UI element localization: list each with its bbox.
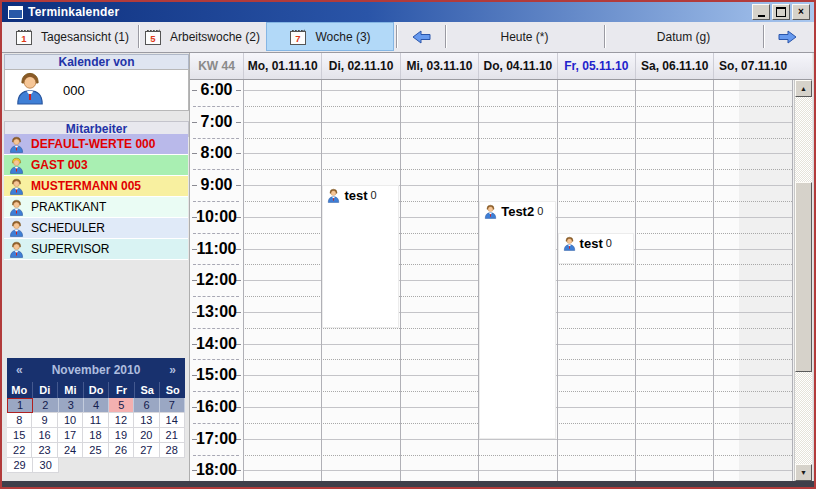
- mini-calendar-day[interactable]: 25: [83, 443, 108, 458]
- calendar-owner[interactable]: 000: [4, 69, 189, 111]
- mini-calendar-day[interactable]: 16: [32, 428, 57, 443]
- person-icon: [9, 136, 24, 153]
- half-hour-line: [243, 455, 792, 456]
- today-button-label: Heute (*): [500, 30, 548, 44]
- half-hour-tick: [193, 138, 239, 139]
- scroll-up-button[interactable]: ▲: [795, 80, 812, 97]
- appointment-title: Test2: [501, 204, 534, 219]
- mini-calendar-day[interactable]: 21: [160, 428, 185, 443]
- day-header[interactable]: Mi, 03.11.10: [400, 53, 478, 79]
- mini-calendar-day[interactable]: 18: [83, 428, 108, 443]
- mini-calendar-day[interactable]: 13: [134, 413, 159, 428]
- employee-label: DEFAULT-WERTE 000: [31, 137, 155, 151]
- minimize-button[interactable]: [752, 4, 770, 20]
- mini-calendar-day[interactable]: 8: [7, 413, 32, 428]
- mini-calendar-day[interactable]: 17: [58, 428, 83, 443]
- date-button[interactable]: Datum (g): [605, 22, 762, 51]
- mini-calendar-week: 22232425262728: [7, 443, 185, 458]
- half-hour-line: [243, 106, 792, 107]
- person-icon: [327, 188, 340, 203]
- mini-calendar-day[interactable]: 5: [109, 398, 134, 413]
- time-label: 7:00: [190, 112, 243, 132]
- next-month-button[interactable]: »: [160, 363, 185, 377]
- mini-calendar-day[interactable]: 12: [109, 413, 134, 428]
- mini-calendar-day[interactable]: 3: [59, 398, 84, 413]
- next-week-button[interactable]: [764, 22, 810, 51]
- day-header[interactable]: Fr, 05.11.10: [557, 53, 635, 79]
- mini-calendar-day[interactable]: 2: [33, 398, 58, 413]
- mini-calendar-day[interactable]: 1: [7, 398, 33, 413]
- svg-text:1: 1: [21, 32, 27, 43]
- mini-calendar-day[interactable]: 30: [33, 458, 59, 473]
- day-header[interactable]: Mo, 01.11.10: [243, 53, 321, 79]
- person-icon: [484, 204, 497, 219]
- app-window: Terminkalender × Heute (*) Datum (g) 1Ta…: [0, 0, 816, 489]
- view-button-label: Arbeitswoche (2): [170, 30, 260, 44]
- mini-calendar-day[interactable]: 27: [134, 443, 159, 458]
- maximize-button[interactable]: [772, 4, 790, 20]
- employee-row[interactable]: SCHEDULER: [4, 218, 188, 239]
- mini-calendar-day[interactable]: 4: [84, 398, 109, 413]
- toolbar-separator: [445, 25, 447, 48]
- toolbar: Heute (*) Datum (g) 1Tagesansicht (1) 5A…: [2, 22, 814, 53]
- employee-row[interactable]: DEFAULT-WERTE 000: [4, 134, 188, 155]
- owner-name: 000: [63, 83, 85, 98]
- scrollbar-thumb[interactable]: [795, 182, 812, 372]
- sidebar: Kalender von 000 Mitarbeiter DEFAULT-WER…: [2, 53, 190, 481]
- employee-row[interactable]: PRAKTIKANT: [4, 197, 188, 218]
- time-label: 6:00: [190, 80, 243, 100]
- vertical-scrollbar[interactable]: ▲ ▼: [794, 80, 812, 481]
- appointment-count: 0: [537, 204, 543, 219]
- mini-calendar-day[interactable]: 26: [109, 443, 134, 458]
- view-button-2[interactable]: 5Arbeitswoche (2): [140, 22, 264, 51]
- mini-calendar-day[interactable]: 6: [134, 398, 159, 413]
- mini-calendar-day[interactable]: 28: [160, 443, 185, 458]
- title-bar[interactable]: Terminkalender ×: [2, 2, 814, 22]
- mini-calendar-day[interactable]: 7: [160, 398, 185, 413]
- mini-calendar-day[interactable]: 14: [160, 413, 185, 428]
- window-controls: ×: [752, 4, 810, 20]
- prev-month-button[interactable]: «: [7, 363, 32, 377]
- today-button[interactable]: Heute (*): [446, 22, 603, 51]
- mini-calendar-day[interactable]: 22: [7, 443, 32, 458]
- prev-week-button[interactable]: [400, 22, 444, 51]
- mini-calendar-week: 15161718192021: [7, 428, 185, 443]
- mini-calendar-day[interactable]: 23: [32, 443, 57, 458]
- mini-calendar-day[interactable]: 9: [32, 413, 57, 428]
- close-button[interactable]: ×: [792, 4, 810, 20]
- day-header-row: KW 44 Mo, 01.11.10Di, 02.11.10Mi, 03.11.…: [190, 53, 812, 80]
- appointment[interactable]: Test20: [479, 201, 555, 439]
- half-hour-tick: [193, 264, 239, 265]
- hour-line: [243, 153, 792, 154]
- time-label: 16:00: [190, 397, 243, 417]
- mini-calendar-day[interactable]: 15: [7, 428, 32, 443]
- appointment[interactable]: test0: [558, 233, 634, 265]
- day-header[interactable]: Sa, 06.11.10: [635, 53, 713, 79]
- day-header[interactable]: Do, 04.11.10: [478, 53, 556, 79]
- day-header[interactable]: So, 07.11.10: [713, 53, 791, 79]
- mini-calendar-day[interactable]: 10: [58, 413, 83, 428]
- toolbar-separator: [396, 25, 398, 48]
- mini-calendar-day[interactable]: 20: [134, 428, 159, 443]
- employee-row[interactable]: MUSTERMANN 005: [4, 176, 188, 197]
- employee-row[interactable]: SUPERVISOR: [4, 239, 188, 260]
- mini-calendar-day[interactable]: 29: [7, 458, 33, 473]
- mini-calendar-day[interactable]: 19: [109, 428, 134, 443]
- time-label: 11:00: [190, 239, 243, 259]
- person-icon: [563, 236, 576, 251]
- person-icon: [9, 157, 24, 174]
- appointment[interactable]: test0: [322, 185, 398, 328]
- person-icon: [9, 220, 24, 237]
- weekday-label: Mi: [57, 382, 83, 398]
- view-button-3[interactable]: 7Woche (3): [266, 22, 394, 51]
- person-icon: [9, 241, 24, 258]
- week-view: KW 44 Mo, 01.11.10Di, 02.11.10Mi, 03.11.…: [190, 53, 812, 481]
- employee-row[interactable]: GAST 003: [4, 155, 188, 176]
- view-button-1[interactable]: 1Tagesansicht (1): [8, 22, 136, 51]
- scroll-down-button[interactable]: ▼: [795, 464, 812, 481]
- mini-calendar-day: [160, 458, 185, 473]
- mini-calendar-day[interactable]: 11: [83, 413, 108, 428]
- calendar-grid[interactable]: test0 Test20 test06:007:008:009:0010:001…: [190, 80, 812, 481]
- day-header[interactable]: Di, 02.11.10: [321, 53, 399, 79]
- mini-calendar-day[interactable]: 24: [58, 443, 83, 458]
